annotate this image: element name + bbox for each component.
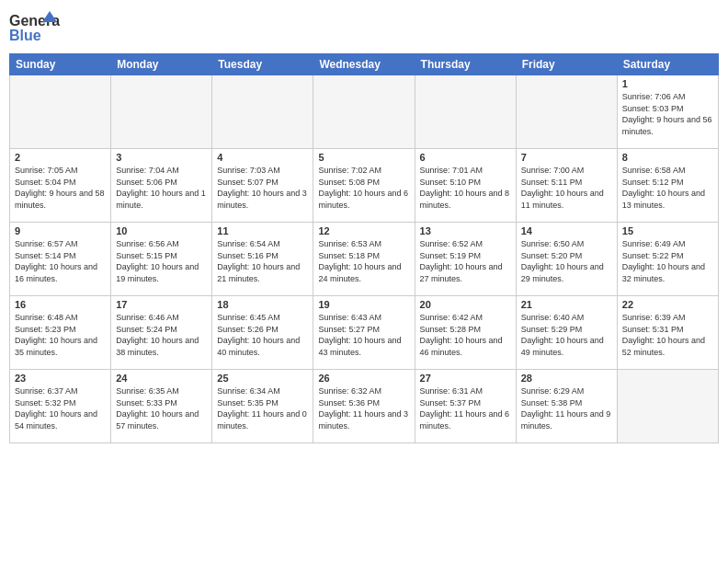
calendar-cell: 19Sunrise: 6:43 AM Sunset: 5:27 PM Dayli… — [313, 296, 415, 370]
day-info: Sunrise: 6:29 AM Sunset: 5:38 PM Dayligh… — [521, 385, 612, 431]
day-number: 10 — [116, 225, 207, 236]
day-number: 27 — [420, 373, 511, 384]
header: GeneralBlue — [9, 9, 719, 46]
calendar-cell: 3Sunrise: 7:04 AM Sunset: 5:06 PM Daylig… — [111, 149, 212, 223]
calendar-cell: 13Sunrise: 6:52 AM Sunset: 5:19 PM Dayli… — [415, 223, 516, 296]
day-info: Sunrise: 6:46 AM Sunset: 5:24 PM Dayligh… — [116, 312, 207, 358]
day-number: 7 — [521, 152, 612, 163]
calendar-cell — [313, 75, 415, 149]
calendar-cell: 16Sunrise: 6:48 AM Sunset: 5:23 PM Dayli… — [10, 296, 111, 370]
calendar-cell: 9Sunrise: 6:57 AM Sunset: 5:14 PM Daylig… — [10, 223, 111, 296]
day-number: 1 — [622, 78, 713, 89]
calendar-cell: 11Sunrise: 6:54 AM Sunset: 5:16 PM Dayli… — [212, 223, 313, 296]
weekday-header-row: SundayMondayTuesdayWednesdayThursdayFrid… — [10, 54, 719, 75]
day-info: Sunrise: 7:02 AM Sunset: 5:08 PM Dayligh… — [318, 165, 409, 211]
day-number: 16 — [15, 299, 106, 310]
weekday-header-saturday: Saturday — [617, 54, 718, 75]
day-number: 28 — [521, 373, 612, 384]
calendar-cell: 20Sunrise: 6:42 AM Sunset: 5:28 PM Dayli… — [415, 296, 516, 370]
calendar-week-4: 16Sunrise: 6:48 AM Sunset: 5:23 PM Dayli… — [10, 296, 719, 370]
day-number: 11 — [217, 225, 308, 236]
calendar-cell: 8Sunrise: 6:58 AM Sunset: 5:12 PM Daylig… — [617, 149, 718, 223]
day-number: 20 — [420, 299, 511, 310]
day-info: Sunrise: 6:53 AM Sunset: 5:18 PM Dayligh… — [318, 238, 409, 284]
day-number: 19 — [318, 299, 409, 310]
day-info: Sunrise: 6:37 AM Sunset: 5:32 PM Dayligh… — [15, 385, 106, 431]
calendar-cell: 10Sunrise: 6:56 AM Sunset: 5:15 PM Dayli… — [111, 223, 212, 296]
weekday-header-thursday: Thursday — [415, 54, 516, 75]
day-number: 3 — [116, 152, 207, 163]
day-info: Sunrise: 7:06 AM Sunset: 5:03 PM Dayligh… — [622, 91, 713, 137]
calendar-cell: 26Sunrise: 6:32 AM Sunset: 5:36 PM Dayli… — [313, 370, 415, 443]
calendar-table: SundayMondayTuesdayWednesdayThursdayFrid… — [9, 53, 719, 443]
calendar-cell: 2Sunrise: 7:05 AM Sunset: 5:04 PM Daylig… — [10, 149, 111, 223]
calendar-cell: 23Sunrise: 6:37 AM Sunset: 5:32 PM Dayli… — [10, 370, 111, 443]
calendar-cell — [516, 75, 617, 149]
day-info: Sunrise: 6:35 AM Sunset: 5:33 PM Dayligh… — [116, 385, 207, 431]
day-number: 23 — [15, 373, 106, 384]
calendar-week-2: 2Sunrise: 7:05 AM Sunset: 5:04 PM Daylig… — [10, 149, 719, 223]
weekday-header-wednesday: Wednesday — [313, 54, 415, 75]
calendar-cell: 4Sunrise: 7:03 AM Sunset: 5:07 PM Daylig… — [212, 149, 313, 223]
calendar-cell — [212, 75, 313, 149]
day-info: Sunrise: 6:54 AM Sunset: 5:16 PM Dayligh… — [217, 238, 308, 284]
day-number: 8 — [622, 152, 713, 163]
day-number: 24 — [116, 373, 207, 384]
weekday-header-sunday: Sunday — [10, 54, 111, 75]
day-number: 5 — [318, 152, 409, 163]
day-info: Sunrise: 6:52 AM Sunset: 5:19 PM Dayligh… — [420, 238, 511, 284]
calendar-week-1: 1Sunrise: 7:06 AM Sunset: 5:03 PM Daylig… — [10, 75, 719, 149]
day-number: 18 — [217, 299, 308, 310]
calendar-cell: 25Sunrise: 6:34 AM Sunset: 5:35 PM Dayli… — [212, 370, 313, 443]
day-number: 4 — [217, 152, 308, 163]
day-number: 12 — [318, 225, 409, 236]
calendar-cell: 22Sunrise: 6:39 AM Sunset: 5:31 PM Dayli… — [617, 296, 718, 370]
calendar-cell: 27Sunrise: 6:31 AM Sunset: 5:37 PM Dayli… — [415, 370, 516, 443]
weekday-header-monday: Monday — [111, 54, 212, 75]
day-number: 25 — [217, 373, 308, 384]
day-info: Sunrise: 6:40 AM Sunset: 5:29 PM Dayligh… — [521, 312, 612, 358]
calendar-cell — [617, 370, 718, 443]
calendar-cell: 12Sunrise: 6:53 AM Sunset: 5:18 PM Dayli… — [313, 223, 415, 296]
calendar-cell: 17Sunrise: 6:46 AM Sunset: 5:24 PM Dayli… — [111, 296, 212, 370]
calendar-cell: 24Sunrise: 6:35 AM Sunset: 5:33 PM Dayli… — [111, 370, 212, 443]
day-info: Sunrise: 6:56 AM Sunset: 5:15 PM Dayligh… — [116, 238, 207, 284]
day-number: 6 — [420, 152, 511, 163]
day-number: 9 — [15, 225, 106, 236]
calendar-week-5: 23Sunrise: 6:37 AM Sunset: 5:32 PM Dayli… — [10, 370, 719, 443]
day-number: 22 — [622, 299, 713, 310]
day-info: Sunrise: 6:48 AM Sunset: 5:23 PM Dayligh… — [15, 312, 106, 358]
day-info: Sunrise: 6:39 AM Sunset: 5:31 PM Dayligh… — [622, 312, 713, 358]
calendar-cell: 15Sunrise: 6:49 AM Sunset: 5:22 PM Dayli… — [617, 223, 718, 296]
calendar-cell: 18Sunrise: 6:45 AM Sunset: 5:26 PM Dayli… — [212, 296, 313, 370]
day-number: 2 — [15, 152, 106, 163]
day-info: Sunrise: 6:50 AM Sunset: 5:20 PM Dayligh… — [521, 238, 612, 284]
day-info: Sunrise: 6:43 AM Sunset: 5:27 PM Dayligh… — [318, 312, 409, 358]
weekday-header-friday: Friday — [516, 54, 617, 75]
day-number: 21 — [521, 299, 612, 310]
calendar-cell — [111, 75, 212, 149]
day-info: Sunrise: 6:57 AM Sunset: 5:14 PM Dayligh… — [15, 238, 106, 284]
day-number: 13 — [420, 225, 511, 236]
day-info: Sunrise: 6:42 AM Sunset: 5:28 PM Dayligh… — [420, 312, 511, 358]
calendar-cell: 7Sunrise: 7:00 AM Sunset: 5:11 PM Daylig… — [516, 149, 617, 223]
calendar-cell: 21Sunrise: 6:40 AM Sunset: 5:29 PM Dayli… — [516, 296, 617, 370]
day-info: Sunrise: 7:00 AM Sunset: 5:11 PM Dayligh… — [521, 165, 612, 211]
day-info: Sunrise: 6:34 AM Sunset: 5:35 PM Dayligh… — [217, 385, 308, 431]
day-number: 15 — [622, 225, 713, 236]
day-info: Sunrise: 6:58 AM Sunset: 5:12 PM Dayligh… — [622, 165, 713, 211]
day-info: Sunrise: 6:45 AM Sunset: 5:26 PM Dayligh… — [217, 312, 308, 358]
day-info: Sunrise: 7:05 AM Sunset: 5:04 PM Dayligh… — [15, 165, 106, 211]
day-info: Sunrise: 7:04 AM Sunset: 5:06 PM Dayligh… — [116, 165, 207, 211]
calendar-cell: 1Sunrise: 7:06 AM Sunset: 5:03 PM Daylig… — [617, 75, 718, 149]
day-number: 14 — [521, 225, 612, 236]
logo-icon: GeneralBlue — [9, 9, 60, 46]
day-info: Sunrise: 7:01 AM Sunset: 5:10 PM Dayligh… — [420, 165, 511, 211]
day-number: 17 — [116, 299, 207, 310]
svg-text:Blue: Blue — [9, 28, 41, 43]
calendar-week-3: 9Sunrise: 6:57 AM Sunset: 5:14 PM Daylig… — [10, 223, 719, 296]
day-info: Sunrise: 6:49 AM Sunset: 5:22 PM Dayligh… — [622, 238, 713, 284]
calendar-cell — [415, 75, 516, 149]
calendar-cell: 6Sunrise: 7:01 AM Sunset: 5:10 PM Daylig… — [415, 149, 516, 223]
calendar-cell: 14Sunrise: 6:50 AM Sunset: 5:20 PM Dayli… — [516, 223, 617, 296]
